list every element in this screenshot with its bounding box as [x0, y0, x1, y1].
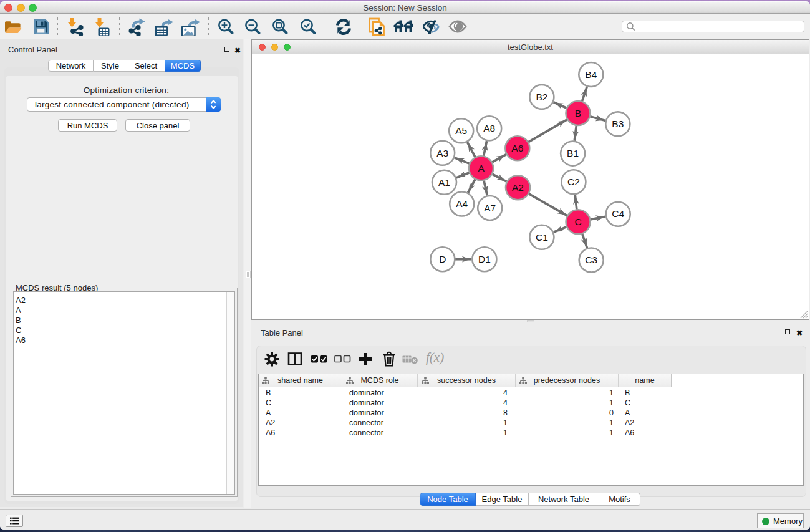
- svg-text:C2: C2: [567, 177, 580, 187]
- svg-text:D: D: [439, 254, 446, 264]
- svg-text:D1: D1: [478, 254, 491, 264]
- svg-text:B: B: [575, 108, 581, 118]
- svg-text:C3: C3: [585, 254, 597, 265]
- svg-text:C: C: [574, 216, 581, 227]
- svg-text:C1: C1: [536, 232, 548, 243]
- svg-text:A6: A6: [511, 143, 523, 153]
- svg-text:A3: A3: [436, 148, 448, 158]
- svg-text:A: A: [478, 163, 485, 173]
- svg-text:B1: B1: [567, 148, 579, 158]
- svg-text:A2: A2: [512, 182, 524, 193]
- svg-text:A1: A1: [438, 177, 450, 188]
- svg-text:B3: B3: [612, 118, 624, 129]
- svg-text:A8: A8: [483, 123, 495, 133]
- svg-text:C4: C4: [612, 208, 624, 219]
- svg-text:A5: A5: [455, 125, 467, 136]
- svg-text:A4: A4: [456, 198, 468, 209]
- svg-text:A7: A7: [484, 203, 496, 213]
- svg-text:B4: B4: [585, 69, 597, 80]
- svg-text:B2: B2: [536, 92, 547, 102]
